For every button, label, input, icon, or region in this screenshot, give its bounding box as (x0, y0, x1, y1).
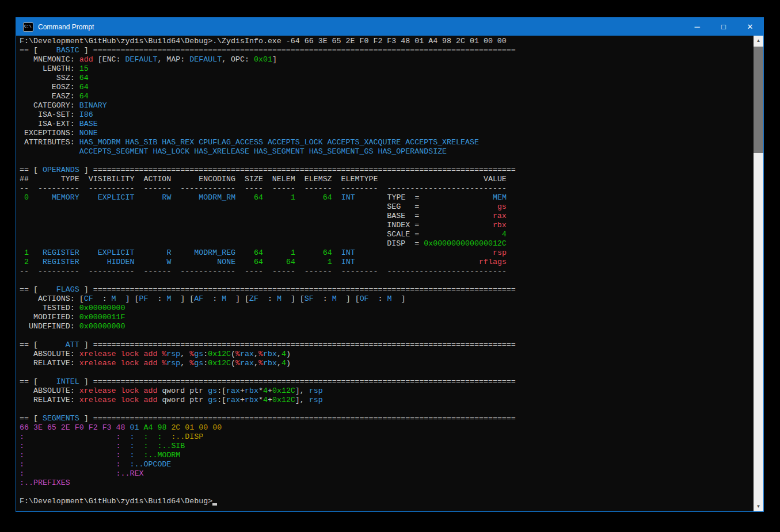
terminal-line: :..PREFIXES (20, 479, 754, 488)
terminal-line: ACTIONS: [CF : M ] [PF : M ] [AF : M ] [… (20, 294, 754, 304)
terminal-line: ISA-SET: I86 (20, 110, 754, 120)
terminal-line: == [ INTEL ] ===========================… (20, 377, 754, 386)
scroll-up-icon: ▲ (756, 38, 761, 43)
titlebar[interactable]: C:\ Command Prompt ─ □ ✕ (16, 18, 763, 36)
close-button[interactable]: ✕ (737, 18, 763, 36)
terminal-line: SSZ: 64 (20, 74, 754, 83)
window-title: Command Prompt (38, 23, 684, 31)
terminal-line (20, 156, 754, 166)
terminal-line: ATTRIBUTES: HAS_MODRM HAS_SIB HAS_REX CP… (20, 138, 754, 147)
terminal-line: CATEGORY: BINARY (20, 101, 754, 110)
terminal-line: ISA-EXT: BASE (20, 120, 754, 129)
terminal-line (20, 276, 754, 285)
terminal-line: 66 3E 65 2E F0 F2 F3 48 01 A4 98 2C 01 0… (20, 423, 754, 433)
scroll-down-icon: ▼ (756, 504, 761, 509)
terminal-line: : : :..OPCODE (20, 460, 754, 469)
terminal-window: C:\ Command Prompt ─ □ ✕ F:\Development\… (16, 17, 764, 512)
terminal-line: UNDEFINED: 0x00000000 (20, 322, 754, 331)
terminal-line: == [ FLAGS ] ===========================… (20, 285, 754, 294)
desktop: { "window": { "title": "Command Prompt",… (0, 0, 780, 532)
terminal-line: : : : : :..SIB (20, 442, 754, 451)
terminal-line: SEG = gs (20, 202, 754, 212)
close-icon: ✕ (747, 22, 754, 31)
maximize-button[interactable]: □ (710, 18, 737, 36)
scrollbar-down-button[interactable]: ▼ (754, 502, 763, 511)
terminal-line: ACCEPTS_SEGMENT HAS_LOCK HAS_XRELEASE HA… (20, 147, 754, 156)
terminal-line: DISP = 0x000000000000012C (20, 239, 754, 248)
minimize-button[interactable]: ─ (684, 18, 710, 36)
scrollbar-thumb[interactable] (754, 47, 763, 153)
terminal-line: == [ SEGMENTS ] ========================… (20, 414, 754, 423)
terminal-line: 1 REGISTER EXPLICIT R MODRM_REG 64 1 64 … (20, 248, 754, 258)
terminal-line: RELATIVE: xrelease lock add qword ptr gs… (20, 396, 754, 405)
terminal-line: F:\Development\GitHub\zydis\Build64\Debu… (20, 37, 754, 46)
console-area: F:\Development\GitHub\zydis\Build64\Debu… (16, 36, 763, 511)
scrollbar[interactable]: ▲ ▼ (754, 36, 763, 511)
terminal-line: == [ BASIC ] ===========================… (20, 46, 754, 55)
terminal-line: -- --------- ---------- ------ ---------… (20, 184, 754, 193)
terminal-line: EOSZ: 64 (20, 83, 754, 92)
minimize-icon: ─ (694, 22, 699, 31)
terminal-line: LENGTH: 15 (20, 64, 754, 74)
terminal-line: MODIFIED: 0x0000011F (20, 313, 754, 322)
terminal-line: TESTED: 0x00000000 (20, 304, 754, 313)
terminal-line (20, 488, 754, 497)
maximize-icon: □ (721, 22, 726, 31)
terminal-line: == [ OPERANDS ] ========================… (20, 166, 754, 175)
terminal-line: MNEMONIC: add [ENC: DEFAULT, MAP: DEFAUL… (20, 55, 754, 64)
cmd-icon: C:\ (23, 22, 33, 32)
scrollbar-up-button[interactable]: ▲ (754, 36, 763, 45)
terminal-line: 0 MEMORY EXPLICIT RW MODRM_RM 64 1 64 IN… (20, 193, 754, 202)
terminal-line: ## TYPE VISIBILITY ACTION ENCODING SIZE … (20, 175, 754, 184)
terminal-line: SCALE = 4 (20, 230, 754, 239)
terminal-line (20, 405, 754, 414)
console-output[interactable]: F:\Development\GitHub\zydis\Build64\Debu… (16, 36, 754, 511)
terminal-line: == [ ATT ] =============================… (20, 340, 754, 350)
terminal-line: EXCEPTIONS: NONE (20, 129, 754, 138)
terminal-line: 2 REGISTER HIDDEN W NONE 64 64 1 INT rfl… (20, 258, 754, 267)
terminal-line: ABSOLUTE: xrelease lock add qword ptr gs… (20, 386, 754, 396)
terminal-line: : :..REX (20, 469, 754, 479)
window-controls: ─ □ ✕ (684, 18, 763, 36)
terminal-line: INDEX = rbx (20, 221, 754, 230)
terminal-line: RELATIVE: xrelease lock add %rsp, %gs:0x… (20, 359, 754, 368)
terminal-line: : : : : : :..DISP (20, 433, 754, 442)
terminal-line: ABSOLUTE: xrelease lock add %rsp, %gs:0x… (20, 350, 754, 359)
terminal-line: F:\Development\GitHub\zydis\Build64\Debu… (20, 497, 754, 506)
terminal-line (20, 368, 754, 377)
terminal-line: -- --------- ---------- ------ ---------… (20, 267, 754, 276)
terminal-line (20, 331, 754, 340)
scrollbar-track[interactable] (754, 45, 763, 502)
terminal-line: BASE = rax (20, 212, 754, 221)
terminal-line: EASZ: 64 (20, 92, 754, 101)
terminal-line: : : : :..MODRM (20, 451, 754, 460)
